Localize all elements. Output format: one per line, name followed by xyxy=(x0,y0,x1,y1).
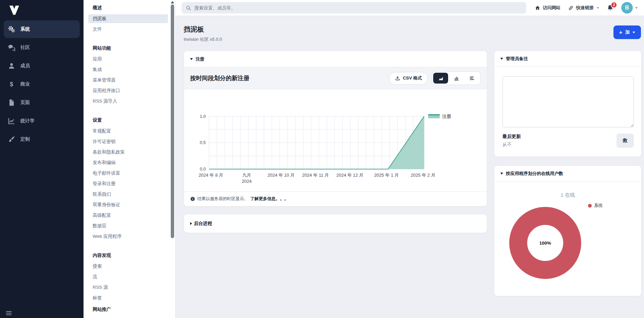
rail-item-community[interactable]: 社区 xyxy=(4,39,80,56)
submenu-section: 概述挡泥板文件 xyxy=(84,5,170,34)
rail-item-pages[interactable]: 页面 xyxy=(4,94,80,111)
add-button[interactable]: + 加 xyxy=(613,25,641,39)
submenu-item[interactable]: 菜单管理器 xyxy=(88,76,168,85)
background-processes-panel: 后台进程 xyxy=(184,214,487,233)
submenu-item[interactable]: 双重身份验证 xyxy=(88,200,168,209)
submenu-item[interactable]: RSS 源 xyxy=(88,283,168,292)
submenu-item[interactable]: 挡泥板 xyxy=(88,14,168,23)
link-icon xyxy=(568,5,574,11)
submenu-section-header: 设置 xyxy=(84,117,170,123)
save-notes-button[interactable]: 救 xyxy=(617,134,634,148)
submenu-item[interactable]: 数据层 xyxy=(88,222,168,230)
rail-item-label: 商业 xyxy=(20,81,30,87)
chat-bubbles-icon xyxy=(8,44,15,51)
rail-item-members[interactable]: 成员 xyxy=(4,57,80,75)
gears-icon xyxy=(8,25,15,33)
learn-more-link[interactable]: 了解更多信息。。。 xyxy=(250,196,289,202)
admin-notes-panel: 管理员备注 最后更新 从不 救 xyxy=(494,51,642,157)
topbar: 访问网站 快速链接 2 B xyxy=(176,0,644,16)
admin-notes-header[interactable]: 管理员备注 xyxy=(494,51,641,67)
info-icon xyxy=(190,196,195,201)
legend-dot xyxy=(588,204,592,208)
submenu-item[interactable]: 登录和注册 xyxy=(88,179,168,188)
background-processes-header[interactable]: 后台进程 xyxy=(184,214,487,233)
submenu-item[interactable]: 标签 xyxy=(88,294,168,302)
svg-text:100%: 100% xyxy=(539,241,551,246)
rail-item-system[interactable]: 系统 xyxy=(4,20,80,38)
search-input[interactable] xyxy=(195,5,522,11)
page-icon xyxy=(8,99,15,106)
invision-logo-icon[interactable] xyxy=(8,4,20,16)
visit-site-link[interactable]: 访问网站 xyxy=(535,5,560,11)
rail-item-label: 统计学 xyxy=(20,118,35,124)
submenu-item[interactable]: 文件 xyxy=(88,25,168,34)
chart-footer-text: 结果以服务器的时区显示。 xyxy=(197,196,248,202)
account-menu[interactable]: B xyxy=(621,2,638,14)
submenu-item[interactable]: Web 应用程序 xyxy=(88,232,168,241)
scrollbar-thumb[interactable] xyxy=(171,4,174,238)
submenu-item[interactable]: 条款和隐私政策 xyxy=(88,148,168,157)
submenu-item[interactable]: 集成 xyxy=(88,65,168,74)
page-header: 挡泥板 Invision 社区 v5.0.0 + 加 xyxy=(184,25,642,42)
csv-format-button[interactable]: CSV 格式 xyxy=(389,72,428,85)
table-view-toggle[interactable] xyxy=(464,73,479,84)
svg-text:2025 年 2 月: 2025 年 2 月 xyxy=(411,173,436,178)
plus-icon: + xyxy=(619,30,623,35)
hbar-chart-icon xyxy=(469,75,475,81)
rail-item-label: 成员 xyxy=(20,63,30,69)
submenu-item[interactable]: 发布和编辑 xyxy=(88,158,168,167)
chart-type-switcher xyxy=(432,71,481,85)
submenu-section-header: 网站推广 xyxy=(84,306,170,313)
submenu-item[interactable]: 应用程序接口 xyxy=(88,86,168,95)
submenu-item[interactable]: 高级配置 xyxy=(88,211,168,220)
rail-item-commerce[interactable]: $商业 xyxy=(4,75,80,93)
left-column: 注册 按时间段划分的新注册 CSV 格式 xyxy=(184,51,487,233)
quick-links-label: 快速链接 xyxy=(576,5,594,11)
donut-legend: 系统 xyxy=(588,203,603,209)
submenu-section: 内容发现搜索流RSS 源标签 xyxy=(84,252,170,302)
submenu-item[interactable]: 许可证密钥 xyxy=(88,137,168,146)
hamburger-icon[interactable] xyxy=(5,310,13,317)
content: 挡泥板 Invision 社区 v5.0.0 + 加 注册 xyxy=(176,16,644,318)
chevron-down-icon xyxy=(635,7,638,9)
rail-item-statistics[interactable]: 统计学 xyxy=(4,112,80,130)
online-users-header[interactable]: 按应用程序划分的在线用户数 xyxy=(494,166,641,182)
online-total-label: 1 在线 xyxy=(494,192,641,198)
registrations-panel-header[interactable]: 注册 xyxy=(184,51,487,67)
submenu-section-header: 内容发现 xyxy=(84,252,170,259)
submenu-item[interactable]: 电子邮件设置 xyxy=(88,169,168,178)
quick-links-menu[interactable]: 快速链接 xyxy=(568,5,599,11)
page-title: 挡泥板 xyxy=(184,25,222,34)
notifications-button[interactable]: 2 xyxy=(607,4,614,12)
caret-down-icon xyxy=(500,58,503,60)
svg-text:2024 年 10 月: 2024 年 10 月 xyxy=(268,173,295,178)
donut-chart-svg: 100% xyxy=(509,207,581,279)
columns: 注册 按时间段划分的新注册 CSV 格式 xyxy=(184,51,642,296)
area-chart-svg: 0.00.51.02024 年 8 月九月20242024 年 10 月2024… xyxy=(184,89,487,191)
submenu-item[interactable]: 应用 xyxy=(88,55,168,64)
submenu-item[interactable]: 联系我们 xyxy=(88,190,168,199)
nav-rail-items: 系统社区成员$商业页面统计学定制 xyxy=(0,20,84,148)
column-chart-toggle[interactable] xyxy=(449,73,464,84)
submenu-item[interactable]: RSS 源导入 xyxy=(88,97,168,106)
background-processes-title: 后台进程 xyxy=(194,220,212,227)
submenu-item[interactable]: 常规配置 xyxy=(88,127,168,136)
svg-text:0.5: 0.5 xyxy=(200,140,206,145)
visit-site-label: 访问网站 xyxy=(543,5,560,11)
submenu-scrollbar[interactable] xyxy=(170,0,176,318)
page-subtitle: Invision 社区 v5.0.0 xyxy=(184,36,222,42)
admin-notes-textarea[interactable] xyxy=(502,76,634,127)
rail-item-customization[interactable]: 定制 xyxy=(4,130,80,148)
chart-title: 按时间段划分的新注册 xyxy=(190,74,250,82)
avatar[interactable]: B xyxy=(621,2,633,14)
csv-format-label: CSV 格式 xyxy=(403,75,422,81)
svg-text:$: $ xyxy=(10,81,13,88)
submenu-item[interactable]: 流 xyxy=(88,272,168,281)
submenu-item[interactable]: 搜索 xyxy=(88,262,168,271)
online-users-title: 按应用程序划分的在线用户数 xyxy=(506,171,563,177)
search-bar xyxy=(182,2,526,14)
chart-footer: 结果以服务器的时区显示。 了解更多信息。。。 xyxy=(184,191,487,206)
area-chart-toggle[interactable] xyxy=(433,73,448,84)
scroll-up-arrow-icon[interactable] xyxy=(171,1,174,3)
submenu-section: 网站推广 xyxy=(84,306,170,313)
